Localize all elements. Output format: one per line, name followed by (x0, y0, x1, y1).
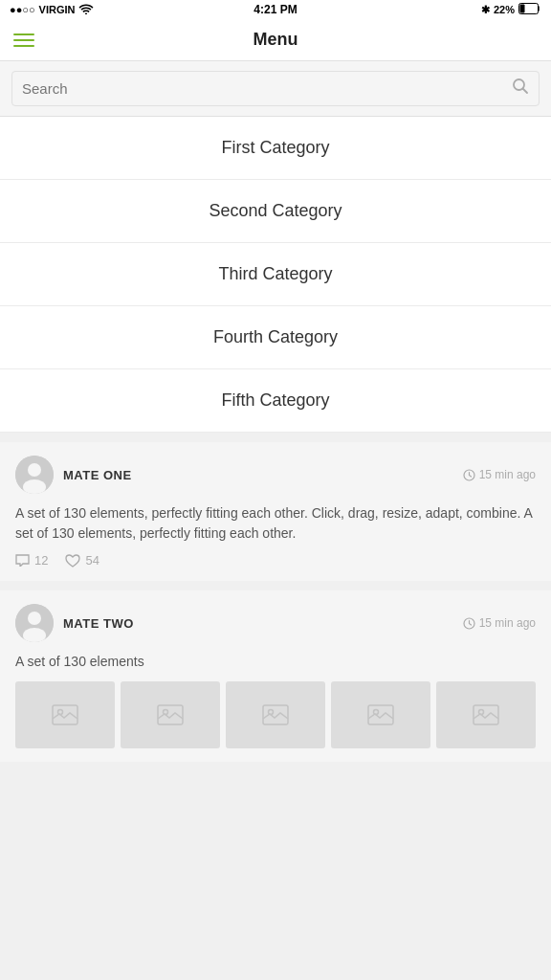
status-right: ✱ 22% (481, 3, 541, 16)
carrier: VIRGIN (39, 4, 76, 15)
menu-item-fifth[interactable]: Fifth Category (0, 369, 551, 433)
feed-section: MATE ONE 15 min ago A set of 130 element… (0, 433, 551, 762)
menu-item-fourth[interactable]: Fourth Category (0, 306, 551, 369)
menu-item-label-fifth: Fifth Category (221, 390, 329, 411)
feed-card-1: MATE ONE 15 min ago A set of 130 element… (0, 442, 551, 581)
feed-card-2-body: A set of 130 elements (15, 652, 536, 672)
comment-icon-1 (15, 554, 30, 567)
username-mate-one: MATE ONE (63, 468, 132, 482)
feed-card-2-header: MATE TWO 15 min ago (15, 604, 536, 642)
heart-icon-1 (65, 554, 80, 568)
menu-item-second[interactable]: Second Category (0, 180, 551, 243)
status-bar: ●●○○ VIRGIN 4:21 PM ✱ 22% (0, 0, 551, 19)
status-time: 4:21 PM (253, 3, 297, 16)
svg-rect-20 (474, 705, 498, 724)
hamburger-line-3 (13, 45, 34, 47)
like-count-1: 54 (85, 553, 99, 568)
menu-item-label-third: Third Category (218, 264, 332, 284)
search-box (11, 71, 540, 106)
svg-point-9 (28, 612, 41, 625)
svg-rect-2 (520, 5, 525, 13)
comment-action-1[interactable]: 12 (15, 553, 48, 568)
menu-item-third[interactable]: Third Category (0, 243, 551, 306)
hamburger-button[interactable] (13, 33, 34, 47)
image-thumb-1 (15, 681, 115, 748)
status-left: ●●○○ VIRGIN (10, 3, 94, 16)
avatar-mate-one (15, 456, 54, 494)
wifi-icon (78, 3, 94, 16)
image-thumb-2 (121, 681, 220, 748)
menu-item-label-second: Second Category (209, 201, 342, 221)
svg-rect-16 (263, 705, 288, 724)
bluetooth-icon: ✱ (481, 4, 490, 16)
feed-card-1-header: MATE ONE 15 min ago (15, 456, 536, 494)
menu-item-first[interactable]: First Category (0, 117, 551, 180)
feed-card-2-time: 15 min ago (463, 616, 536, 630)
image-thumb-4 (331, 681, 430, 748)
avatar-mate-two (15, 604, 54, 642)
menu-list: First Category Second Category Third Cat… (0, 117, 551, 433)
feed-card-1-body: A set of 130 elements, perfectly fitting… (15, 503, 536, 544)
svg-rect-18 (368, 705, 393, 724)
feed-card-2-user: MATE TWO (15, 604, 134, 642)
app-header: Menu (0, 19, 551, 61)
signal-dots: ●●○○ (10, 4, 35, 15)
feed-card-2-time-label: 15 min ago (479, 616, 536, 630)
username-mate-two: MATE TWO (63, 616, 134, 631)
feed-card-1-user: MATE ONE (15, 456, 132, 494)
header-title: Menu (253, 30, 298, 50)
search-container (0, 61, 551, 117)
svg-point-5 (28, 463, 41, 477)
clock-icon-2 (463, 617, 475, 630)
feed-card-2-images (15, 681, 536, 748)
svg-point-0 (85, 13, 87, 15)
search-input[interactable] (22, 80, 512, 97)
feed-card-2: MATE TWO 15 min ago A set of 130 element… (0, 590, 551, 762)
comment-count-1: 12 (34, 553, 48, 568)
menu-item-label-fourth: Fourth Category (213, 327, 338, 347)
svg-rect-14 (158, 705, 183, 724)
battery-icon (518, 3, 541, 16)
svg-rect-12 (53, 705, 77, 724)
battery-percent: 22% (494, 4, 515, 15)
hamburger-line-2 (13, 39, 34, 41)
feed-card-1-actions: 12 54 (15, 553, 536, 568)
like-action-1[interactable]: 54 (65, 553, 99, 568)
feed-card-1-time-label: 15 min ago (479, 468, 536, 481)
feed-card-1-time: 15 min ago (463, 468, 536, 481)
search-icon (512, 78, 529, 100)
hamburger-line-1 (13, 33, 34, 35)
menu-item-label-first: First Category (221, 138, 329, 158)
image-thumb-3 (226, 681, 325, 748)
image-thumb-5 (436, 681, 536, 748)
clock-icon-1 (463, 469, 475, 481)
